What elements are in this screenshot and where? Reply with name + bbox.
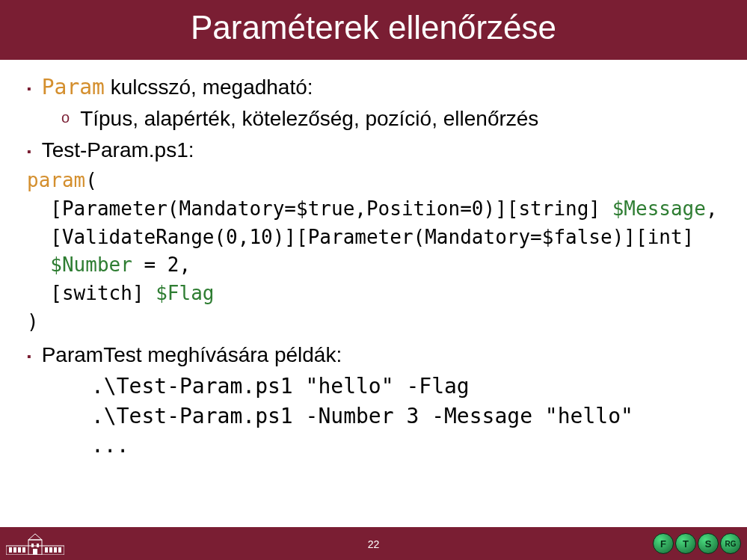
example-line: ... <box>91 431 720 460</box>
svg-rect-8 <box>58 547 61 553</box>
svg-rect-1 <box>9 547 12 553</box>
bullet-square-icon: ▪ <box>27 348 31 365</box>
bullet-text: ParamTest meghívására példák: <box>42 341 342 369</box>
slide-title-bar: Paraméterek ellenőrzése <box>0 0 747 60</box>
bullet-item: ▪ ParamTest meghívására példák: <box>27 341 720 369</box>
building-icon <box>6 532 64 555</box>
code-line: [Parameter(Mandatory=$true,Position=0)][… <box>27 195 720 224</box>
svg-rect-5 <box>45 547 48 553</box>
code-line: $Number = 2, <box>27 251 720 280</box>
svg-rect-13 <box>33 549 37 555</box>
page-number: 22 <box>368 538 380 550</box>
slide: Paraméterek ellenőrzése ▪ Param kulcsszó… <box>0 0 747 560</box>
example-block: .\Test-Param.ps1 "hello" -Flag .\Test-Pa… <box>91 372 720 460</box>
bullet-square-icon: ▪ <box>27 144 31 160</box>
svg-marker-10 <box>28 534 42 540</box>
code-line: [ValidateRange(0,10)][Parameter(Mandator… <box>27 224 720 252</box>
code-line: ) <box>27 308 720 336</box>
orb-icon: T <box>675 533 696 554</box>
bullet-item: ▪ Test-Param.ps1: <box>27 136 720 164</box>
orb-icon: S <box>698 533 719 554</box>
university-logo <box>6 532 64 555</box>
svg-rect-7 <box>54 547 57 553</box>
keyword-param: Param <box>42 75 105 99</box>
svg-rect-6 <box>49 547 52 553</box>
slide-footer: 22 F T S RG <box>0 527 747 560</box>
svg-rect-11 <box>31 544 34 547</box>
code-line: param( <box>27 167 720 195</box>
bullet-circle-icon: o <box>61 108 70 128</box>
svg-rect-3 <box>18 547 21 553</box>
svg-rect-4 <box>22 547 25 553</box>
svg-rect-12 <box>37 544 39 547</box>
bullet-square-icon: ▪ <box>27 81 31 97</box>
code-block: param( [Parameter(Mandatory=$true,Positi… <box>27 167 720 336</box>
orb-icon: F <box>653 533 674 554</box>
bullet-text: Test-Param.ps1: <box>42 136 194 164</box>
svg-rect-2 <box>13 547 16 553</box>
bullet-text: Param kulcsszó, megadható: <box>42 73 313 102</box>
bullet-item: ▪ Param kulcsszó, megadható: <box>27 73 720 102</box>
partner-logos: F T S RG <box>653 533 741 554</box>
sub-bullet-text: Típus, alapérték, kötelezőség, pozíció, … <box>80 105 538 133</box>
orb-icon: RG <box>720 533 741 554</box>
slide-body: ▪ Param kulcsszó, megadható: o Típus, al… <box>0 60 747 527</box>
sub-bullet-item: o Típus, alapérték, kötelezőség, pozíció… <box>27 105 720 133</box>
example-line: .\Test-Param.ps1 -Number 3 -Message "hel… <box>91 401 720 431</box>
example-line: .\Test-Param.ps1 "hello" -Flag <box>91 372 720 401</box>
slide-title: Paraméterek ellenőrzése <box>191 9 556 46</box>
code-line: [switch] $Flag <box>27 280 720 308</box>
